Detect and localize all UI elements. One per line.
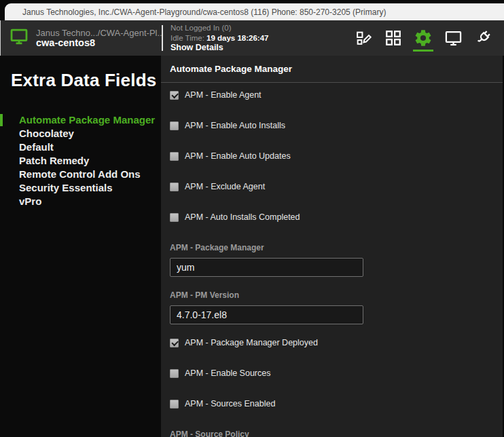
checkbox-label: APM - Auto Installs Completed — [185, 212, 300, 222]
field-row: APM - Enable Agent — [170, 90, 503, 100]
text-input-apm-pm-version[interactable] — [170, 305, 363, 324]
power-plug-icon[interactable] — [472, 22, 494, 54]
checkbox-apm-auto-installs-completed[interactable] — [170, 213, 179, 222]
checkbox-label: APM - Enable Sources — [185, 368, 270, 378]
sidebar-nav: Automate Package ManagerChocolateyDefaul… — [0, 113, 161, 208]
idle-time: Idle Time: 19 days 18:26:47 — [170, 33, 269, 43]
checkbox-apm-exclude-agent[interactable] — [170, 183, 179, 191]
sidebar-item-patch-remedy[interactable]: Patch Remedy — [0, 154, 161, 168]
checkbox-apm-sources-enabled[interactable] — [170, 400, 179, 408]
field-row: APM - Package Manager Deployed — [170, 338, 503, 347]
checkbox-label: APM - Package Manager Deployed — [185, 338, 318, 347]
main-panel: Automate Package Manager APM - Enable Ag… — [161, 56, 504, 437]
edit-layout-icon[interactable] — [353, 22, 374, 54]
settings-active-underline — [413, 50, 433, 52]
field-row: APM - Sources Enabled — [170, 399, 503, 408]
section-title: Automate Package Manager — [161, 56, 503, 83]
settings-gear-icon[interactable] — [412, 22, 434, 54]
idle-time-value: 19 days 18:26:47 — [206, 34, 268, 42]
status-block: Not Logged In (0) Idle Time: 19 days 18:… — [170, 23, 269, 53]
checkbox-label: APM - Enable Agent — [185, 90, 262, 100]
checkbox-label: APM - Sources Enabled — [185, 399, 275, 408]
grid-view-icon[interactable] — [382, 22, 404, 54]
device-summary[interactable]: Janus Techno.../CWA-Agent-Pl... cwa-cent… — [1, 27, 162, 49]
sidebar: Extra Data Fields Automate Package Manag… — [0, 56, 161, 437]
checkbox-label: APM - Exclude Agent — [185, 182, 265, 191]
checkbox-label: APM - Enable Auto Updates — [185, 151, 291, 161]
field-row: APM - Enable Auto Installs — [170, 121, 503, 130]
sidebar-title: Extra Data Fields — [11, 70, 161, 91]
sidebar-item-remote-control-add-ons[interactable]: Remote Control Add Ons — [0, 168, 161, 181]
show-details-link[interactable]: Show Details — [170, 43, 269, 53]
window-title: Janus Technologies, Inc./CWA-Agent-Playg… — [22, 7, 386, 17]
breadcrumb[interactable]: Janus Techno.../CWA-Agent-Pl... — [36, 28, 162, 38]
sidebar-item-automate-package-manager[interactable]: Automate Package Manager — [0, 113, 161, 127]
field-label: APM - PM Version — [170, 290, 503, 300]
field-row: APM - Exclude Agent — [170, 182, 503, 191]
text-input-apm-package-manager[interactable] — [170, 258, 363, 277]
device-labels: Janus Techno.../CWA-Agent-Pl... cwa-cent… — [36, 28, 162, 48]
window-titlebar[interactable]: Janus Technologies, Inc./CWA-Agent-Playg… — [5, 3, 504, 20]
checkbox-apm-package-manager-deployed[interactable] — [170, 339, 179, 347]
header-divider — [162, 25, 163, 51]
device-name: cwa-centos8 — [36, 38, 162, 48]
checkbox-label: APM - Enable Auto Installs — [185, 121, 285, 130]
field-row: APM - Auto Installs Completed — [170, 212, 503, 222]
sidebar-item-default[interactable]: Default — [0, 140, 161, 154]
fields-list: APM - Enable AgentAPM - Enable Auto Inst… — [161, 90, 503, 437]
login-status: Not Logged In (0) — [170, 23, 269, 33]
header-toolbar — [353, 22, 494, 54]
field-row: APM - Enable Sources — [170, 368, 503, 378]
field-label: APM - Package Manager — [170, 243, 503, 252]
checkbox-apm-enable-auto-installs[interactable] — [170, 121, 179, 130]
field-row: APM - Enable Auto Updates — [170, 151, 503, 161]
checkbox-apm-enable-agent[interactable] — [170, 91, 179, 100]
checkbox-apm-enable-auto-updates[interactable] — [170, 152, 179, 161]
sidebar-item-chocolatey[interactable]: Chocolatey — [0, 127, 161, 140]
device-monitor-icon — [9, 27, 29, 49]
checkbox-apm-enable-sources[interactable] — [170, 369, 179, 378]
monitor-icon[interactable] — [442, 22, 464, 54]
sidebar-item-vpro[interactable]: vPro — [0, 195, 161, 208]
field-group: APM - PM Version — [170, 290, 503, 324]
app-header: Janus Techno.../CWA-Agent-Pl... cwa-cent… — [0, 20, 504, 56]
field-label: APM - Source Policy — [170, 430, 503, 437]
field-group: APM - Package Manager — [170, 243, 503, 277]
sidebar-item-security-essentials[interactable]: Security Essentials — [0, 181, 161, 195]
